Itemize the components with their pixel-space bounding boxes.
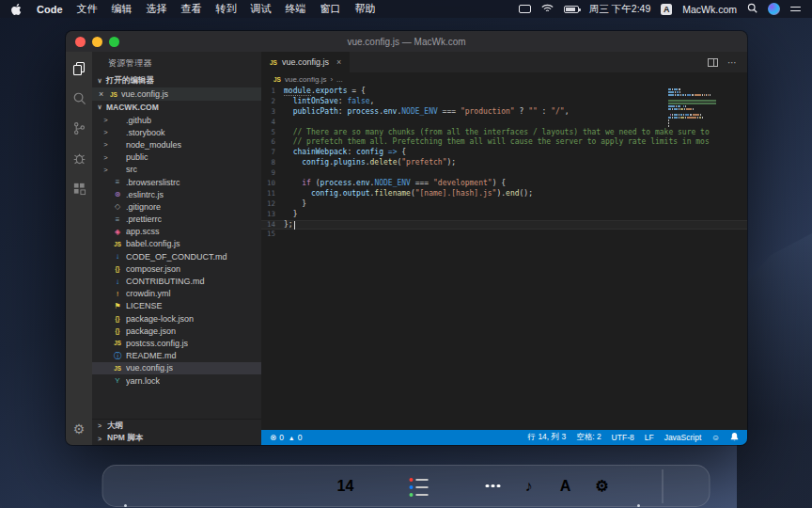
indentation[interactable]: 空格: 2 xyxy=(576,432,601,443)
code-line[interactable]: 9 xyxy=(261,168,747,179)
project-section-header[interactable]: ∨ MACWK.COM xyxy=(92,101,261,114)
dock-item[interactable] xyxy=(403,470,435,502)
menu-item[interactable]: 窗口 xyxy=(320,2,341,16)
tree-row[interactable]: > ↓ CODE_OF_CONDUCT.md xyxy=(92,250,261,262)
open-editors-section-header[interactable]: ∨ 打开的编辑器 xyxy=(92,74,261,87)
menu-item[interactable]: 文件 xyxy=(77,2,98,16)
apple-menu-icon[interactable] xyxy=(11,3,23,16)
dock-item[interactable] xyxy=(110,470,142,502)
menu-bar-status-text[interactable]: MacWk.com xyxy=(682,4,737,15)
dock-trash[interactable] xyxy=(671,470,703,502)
feedback-smiley-icon[interactable]: ☺ xyxy=(711,433,720,442)
debug-icon[interactable] xyxy=(71,151,87,167)
tree-row[interactable]: > ≡ .prettierrc xyxy=(92,214,261,226)
code-line[interactable]: 13 } xyxy=(261,210,747,220)
more-actions-icon[interactable]: ⋯ xyxy=(727,57,738,68)
tree-row[interactable]: > public xyxy=(92,151,261,164)
menu-item[interactable]: 查看 xyxy=(181,2,202,16)
tree-row[interactable]: > .github xyxy=(92,114,261,126)
problems-errors[interactable]: ⊗ 0 xyxy=(270,433,284,442)
dock-item[interactable]: 14 xyxy=(330,470,362,502)
menu-item[interactable]: 帮助 xyxy=(355,2,376,16)
dock-item[interactable] xyxy=(476,470,508,502)
extensions-icon[interactable] xyxy=(71,181,87,197)
problems-warnings[interactable]: ▲ 0 xyxy=(289,433,303,442)
tree-row[interactable]: > ≡ .browserslistrc xyxy=(92,176,261,188)
display-icon[interactable] xyxy=(519,5,531,13)
window-titlebar[interactable]: vue.config.js — MacWk.com xyxy=(66,31,747,52)
tree-row[interactable]: > {} package-lock.json xyxy=(92,312,261,325)
tree-row[interactable]: > .storybook xyxy=(92,126,261,138)
code-line[interactable]: 8 config.plugins.delete("prefetch"); xyxy=(261,158,747,168)
tree-row[interactable]: > JS babel.config.js xyxy=(92,238,261,250)
tree-row[interactable]: > ! crowdin.yml xyxy=(92,288,261,300)
search-icon[interactable] xyxy=(71,90,87,106)
menu-item[interactable]: 转到 xyxy=(216,2,237,16)
tree-row[interactable]: > ◈ app.scss xyxy=(92,226,261,238)
tree-row[interactable]: > ↓ CONTRIBUTING.md xyxy=(92,275,261,287)
language-mode[interactable]: JavaScript xyxy=(664,433,702,442)
tab-vue-config[interactable]: JS vue.config.js × xyxy=(261,52,351,72)
code-line[interactable]: 14 }; xyxy=(261,220,747,230)
code-line[interactable]: 12 } xyxy=(261,199,747,210)
dock-item[interactable] xyxy=(293,470,325,502)
menu-item[interactable]: 终端 xyxy=(286,2,306,16)
dock-item[interactable]: ♪ xyxy=(513,470,545,502)
dock-item[interactable] xyxy=(623,470,655,502)
wifi-icon[interactable] xyxy=(541,4,554,15)
dock-item[interactable] xyxy=(147,470,179,502)
tree-row[interactable]: > ⊛ .eslintrc.js xyxy=(92,188,261,200)
menu-bar-clock[interactable]: 周三 下午2:49 xyxy=(589,3,650,16)
code-line[interactable]: 10 if (process.env.NODE_ENV === "develop… xyxy=(261,179,747,189)
code-line[interactable]: 7 chainWebpack: config => { xyxy=(261,148,747,158)
dock-item[interactable] xyxy=(257,470,289,502)
npm-scripts-section-header[interactable]: > NPM 脚本 xyxy=(92,433,261,446)
tree-row[interactable]: > ◇ .gitignore xyxy=(92,200,261,213)
menu-item[interactable]: 选择 xyxy=(147,2,167,16)
code-line[interactable]: 15 xyxy=(261,230,747,240)
menu-item[interactable]: 调试 xyxy=(251,2,272,16)
tab-close-icon[interactable]: × xyxy=(336,57,341,67)
close-icon[interactable]: × xyxy=(99,89,106,99)
outline-section-header[interactable]: > 大纲 xyxy=(92,420,261,433)
tree-row[interactable]: > node_modules xyxy=(92,138,261,151)
close-window-button[interactable] xyxy=(75,37,86,47)
code-editor[interactable]: 1 module.exports = { 2 lintOnSave: false… xyxy=(261,86,747,430)
code-line[interactable]: 11 config.output.filename("[name].[hash]… xyxy=(261,189,747,199)
menu-item[interactable]: 编辑 xyxy=(112,2,133,16)
tree-row[interactable]: > ⚑ LICENSE xyxy=(92,300,261,312)
tree-row[interactable]: > JS postcss.config.js xyxy=(92,337,261,349)
eol-sequence[interactable]: LF xyxy=(645,433,654,442)
dock-item[interactable] xyxy=(183,470,215,502)
breadcrumb[interactable]: JS vue.config.js › ... xyxy=(261,72,747,86)
open-editor-item[interactable]: × JS vue.config.js xyxy=(92,87,261,101)
tree-row[interactable]: > src xyxy=(92,164,261,176)
zoom-window-button[interactable] xyxy=(109,37,119,47)
notification-center-icon[interactable] xyxy=(790,4,801,14)
spotlight-search-icon[interactable] xyxy=(747,3,757,15)
dock-item[interactable] xyxy=(367,470,398,502)
encoding[interactable]: UTF-8 xyxy=(612,433,634,442)
dock-item[interactable]: ⚙ xyxy=(586,470,618,502)
tree-row[interactable]: > {} package.json xyxy=(92,325,261,337)
minimap[interactable] xyxy=(668,88,723,131)
notifications-bell-icon[interactable] xyxy=(730,432,739,443)
source-control-icon[interactable] xyxy=(71,120,87,136)
tree-row[interactable]: > ⓘ README.md xyxy=(92,350,261,362)
split-editor-icon[interactable] xyxy=(708,58,718,67)
cursor-position[interactable]: 行 14, 列 3 xyxy=(528,432,567,443)
siri-icon[interactable] xyxy=(768,3,780,15)
dock-item[interactable]: A xyxy=(550,470,582,502)
tree-row[interactable]: > {} composer.json xyxy=(92,262,261,275)
input-source-icon[interactable]: A xyxy=(661,4,672,15)
manage-gear-icon[interactable]: ⚙ xyxy=(71,421,87,437)
explorer-icon[interactable] xyxy=(71,60,87,76)
code-line[interactable]: 6 // prefetch them all. Prefetching them… xyxy=(261,137,747,148)
active-app-name[interactable]: Code xyxy=(37,4,63,15)
battery-icon[interactable] xyxy=(564,6,579,13)
dock-item[interactable] xyxy=(440,470,472,502)
tree-row[interactable]: > JS vue.config.js xyxy=(92,362,261,374)
tree-row[interactable]: > Y yarn.lock xyxy=(92,374,261,387)
dock-item[interactable] xyxy=(220,470,252,502)
minimize-window-button[interactable] xyxy=(92,37,102,47)
